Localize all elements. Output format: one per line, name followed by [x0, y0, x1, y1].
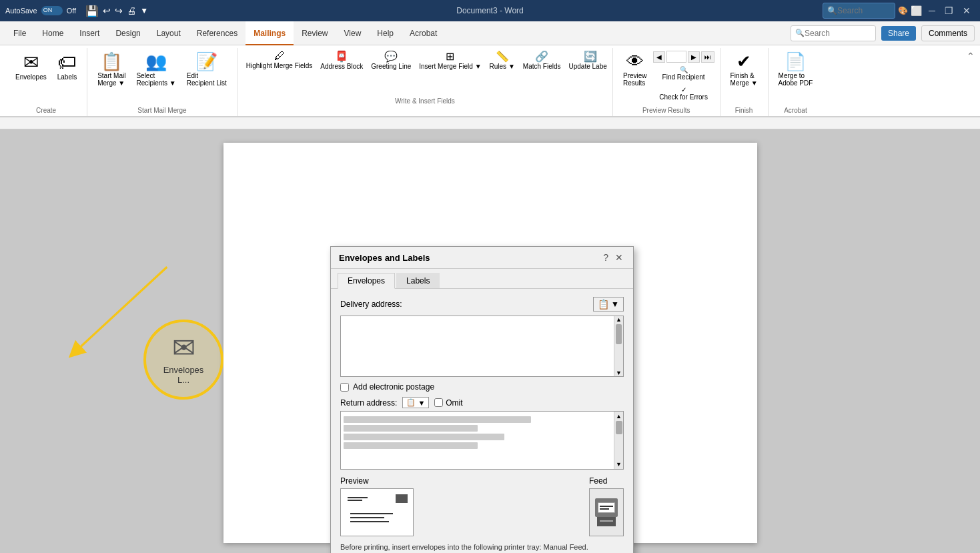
search-icon: 🔍 — [827, 6, 837, 15]
tab-mailings[interactable]: Mailings — [246, 21, 294, 45]
comments-button[interactable]: Comments — [921, 25, 975, 41]
start-mail-merge-button[interactable]: 📋 Start MailMerge ▼ — [93, 48, 130, 90]
acrobat-items: 📄 Merge toAdobe PDF — [774, 48, 818, 105]
omit-area: Omit — [434, 398, 462, 408]
dialog-title-icons: ? ✕ — [601, 252, 625, 263]
tab-review[interactable]: Review — [294, 21, 336, 45]
title-bar-left: AutoSave Off 💾 ↩ ↪ 🖨 ▼ — [5, 5, 148, 17]
update-labels-button[interactable]: 🔄 Update Labels — [565, 48, 607, 72]
ribbon-search-input[interactable] — [805, 29, 871, 38]
finish-items: ✔ Finish &Merge ▼ — [726, 48, 763, 105]
close-button[interactable]: ✕ — [959, 0, 975, 21]
print-quick-icon[interactable]: 🖨 — [127, 5, 136, 16]
edit-recipient-list-button[interactable]: 📝 EditRecipient List — [182, 48, 231, 90]
match-fields-button[interactable]: 🔗 Match Fields — [520, 48, 564, 72]
return-scroll-up[interactable]: ▲ — [616, 413, 622, 420]
autosave-toggle[interactable] — [41, 6, 63, 15]
create-group-label: Create — [36, 105, 56, 116]
restore-button[interactable]: ❐ — [941, 0, 957, 21]
redo-icon[interactable]: ↪ — [115, 5, 123, 16]
dialog-help-button[interactable]: ? — [601, 252, 610, 263]
dialog-close-button[interactable]: ✕ — [613, 252, 625, 263]
tab-layout[interactable]: Layout — [149, 21, 189, 45]
highlight-icon: 🖊 — [274, 50, 285, 62]
feed-printer-graphic — [595, 489, 618, 536]
preview-results-button[interactable]: 👁 PreviewResults — [618, 48, 652, 90]
preview-items: 👁 PreviewResults ◀ ▶ ⏭ 🔍 Find Recipient … — [618, 48, 714, 105]
tab-references[interactable]: References — [189, 21, 246, 45]
ribbon-group-create: ✉ Envelopes 🏷 Labels Create — [5, 48, 87, 116]
adobe-label: Merge toAdobe PDF — [779, 72, 813, 87]
greeting-line-button[interactable]: 💬 Greeting Line — [368, 48, 414, 72]
title-bar: AutoSave Off 💾 ↩ ↪ 🖨 ▼ Document3 - Word … — [0, 0, 980, 21]
customize-qat-icon[interactable]: 🎨 — [898, 6, 908, 15]
tab-home[interactable]: Home — [34, 21, 71, 45]
scroll-down-arrow[interactable]: ▼ — [614, 370, 623, 376]
info-text: Before printing, insert envelopes into t… — [340, 543, 624, 551]
record-field[interactable] — [666, 51, 686, 63]
title-search-box[interactable]: 🔍 — [823, 3, 895, 19]
prev-record-button[interactable]: ◀ — [653, 51, 665, 63]
doc-title: Document3 - Word — [456, 6, 523, 15]
dialog-title-bar: Envelopes and Labels ? ✕ — [331, 247, 633, 269]
omit-checkbox[interactable] — [434, 398, 443, 407]
match-fields-icon: 🔗 — [535, 50, 548, 63]
delivery-scrollbar[interactable]: ▲ ▼ — [614, 316, 623, 376]
envelope-corner-stamp — [396, 494, 408, 503]
tab-help[interactable]: Help — [369, 21, 402, 45]
next-record-button[interactable]: ▶ — [688, 51, 700, 63]
return-scroll-down[interactable]: ▼ — [616, 461, 622, 468]
delivery-address-textarea[interactable] — [341, 316, 614, 376]
share-button[interactable]: Share — [881, 26, 916, 41]
window-controls: ─ ❐ ✕ — [925, 0, 975, 21]
finish-merge-button[interactable]: ✔ Finish &Merge ▼ — [726, 48, 763, 90]
tab-design[interactable]: Design — [107, 21, 148, 45]
edit-recipient-icon: 📝 — [196, 51, 217, 72]
delivery-address-menu-button[interactable]: 📋 ▼ — [593, 297, 624, 312]
return-scroll-thumb — [616, 421, 622, 434]
check-errors-button[interactable]: ✓ Check for Errors — [653, 84, 714, 103]
ribbon-collapse-button[interactable]: ⌃ — [967, 51, 975, 61]
envelopes-button[interactable]: ✉ Envelopes — [11, 48, 51, 84]
dialog-overlay: Envelopes and Labels ? ✕ Envelopes Label… — [0, 129, 980, 553]
delivery-address-field: ▲ ▼ — [340, 316, 624, 377]
scroll-up-arrow[interactable]: ▲ — [614, 316, 623, 323]
dialog-title: Envelopes and Labels — [339, 253, 430, 263]
tab-file[interactable]: File — [5, 21, 34, 45]
labels-button[interactable]: 🏷 Labels — [53, 48, 81, 84]
address-block-button[interactable]: 📮 Address Block — [317, 48, 366, 72]
ribbon-search-box[interactable]: 🔍 — [791, 25, 876, 41]
insert-merge-icon: ⊞ — [446, 50, 454, 63]
delivery-address-label: Delivery address: — [340, 300, 402, 309]
add-postage-checkbox[interactable] — [340, 383, 349, 392]
last-record-button[interactable]: ⏭ — [701, 51, 714, 63]
check-errors-label: Check for Errors — [659, 93, 708, 101]
start-mail-merge-label: Start MailMerge ▼ — [97, 72, 125, 87]
undo-icon[interactable]: ↩ — [103, 5, 111, 16]
save-icon[interactable]: 💾 — [85, 5, 99, 17]
return-address-dropdown[interactable]: 📋 ▼ — [402, 397, 429, 408]
finish-merge-label: Finish &Merge ▼ — [730, 72, 758, 87]
customize-icon[interactable]: ▼ — [140, 6, 148, 15]
ruler — [0, 117, 980, 129]
feed-image — [589, 488, 624, 536]
rules-button[interactable]: 📏 Rules ▼ — [486, 48, 518, 72]
dialog-tab-labels[interactable]: Labels — [396, 273, 440, 288]
ribbon-display-icon[interactable]: ⬜ — [911, 5, 922, 16]
select-recipients-button[interactable]: 👥 SelectRecipients ▼ — [131, 48, 180, 90]
title-search-input[interactable] — [837, 6, 891, 15]
return-scrollbar[interactable]: ▲ ▼ — [614, 412, 623, 469]
find-recipient-button[interactable]: 🔍 Find Recipient — [653, 64, 714, 83]
select-recipients-label: SelectRecipients ▼ — [136, 72, 175, 87]
greeting-line-label: Greeting Line — [371, 63, 411, 70]
tab-acrobat[interactable]: Acrobat — [402, 21, 445, 45]
rules-icon: 📏 — [496, 50, 509, 63]
insert-merge-field-button[interactable]: ⊞ Insert Merge Field ▼ — [416, 48, 484, 72]
highlight-merge-fields-button[interactable]: 🖊 Highlight Merge Fields — [243, 48, 316, 71]
tab-view[interactable]: View — [336, 21, 370, 45]
tab-insert[interactable]: Insert — [71, 21, 107, 45]
minimize-button[interactable]: ─ — [925, 0, 939, 21]
dialog-tab-envelopes[interactable]: Envelopes — [338, 273, 395, 289]
merge-adobe-button[interactable]: 📄 Merge toAdobe PDF — [774, 48, 818, 90]
ribbon-content: ✉ Envelopes 🏷 Labels Create 📋 Start Mail… — [0, 45, 980, 117]
